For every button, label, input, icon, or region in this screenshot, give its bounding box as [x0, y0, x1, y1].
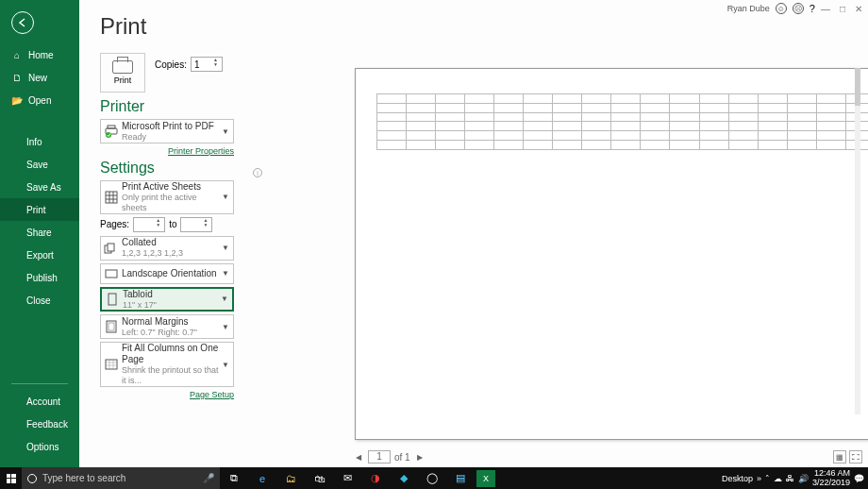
- printer-properties-link[interactable]: Printer Properties: [100, 146, 234, 156]
- sidebar-item-new[interactable]: 🗋New: [0, 66, 79, 89]
- pages-to-input[interactable]: ▲▼: [180, 217, 212, 232]
- sidebar-item-home[interactable]: ⌂Home: [0, 43, 79, 66]
- back-button[interactable]: [11, 11, 34, 34]
- current-page-input[interactable]: 1: [368, 450, 391, 464]
- mail-icon[interactable]: ✉: [333, 467, 361, 489]
- minimize-button[interactable]: —: [821, 4, 830, 14]
- sidebar-item-account[interactable]: Account: [0, 390, 79, 413]
- sidebar-item-publish[interactable]: Publish: [0, 266, 79, 289]
- sidebar-item-open[interactable]: 📂Open: [0, 89, 79, 111]
- printer-dropdown[interactable]: Microsoft Print to PDFReady ▼: [100, 119, 234, 143]
- info-icon[interactable]: i: [253, 168, 262, 177]
- smile-icon[interactable]: ☺: [776, 3, 787, 14]
- sidebar-item-close[interactable]: Close: [0, 289, 79, 312]
- chevron-down-icon: ▼: [222, 193, 233, 201]
- frown-icon[interactable]: ☹: [793, 3, 804, 14]
- taskbar-search[interactable]: Type here to search 🎤: [22, 467, 220, 489]
- page-setup-link[interactable]: Page Setup: [100, 390, 234, 399]
- next-page-button[interactable]: ▶: [414, 451, 426, 463]
- dd-title: Normal Margins: [122, 316, 222, 328]
- settings-heading: Settings: [100, 160, 237, 177]
- excel-icon[interactable]: X: [476, 470, 495, 487]
- backstage-sidebar: ⌂Home 🗋New 📂Open Info Save Save As Print…: [0, 0, 79, 467]
- search-placeholder: Type here to search: [42, 473, 125, 483]
- tray-chevron-icon[interactable]: »: [757, 474, 761, 483]
- store-icon[interactable]: 🛍: [305, 467, 333, 489]
- sidebar-item-feedback[interactable]: Feedback: [0, 413, 79, 435]
- plus-icon: 🗋: [11, 72, 23, 83]
- print-button[interactable]: Print: [100, 53, 145, 93]
- chevron-down-icon: ▼: [222, 323, 233, 331]
- svg-rect-13: [106, 360, 117, 369]
- dd-sub: Only print the active sheets: [122, 193, 222, 213]
- sidebar-item-print[interactable]: Print: [0, 198, 79, 221]
- preview-grid: [376, 93, 868, 150]
- zoom-to-page-button[interactable]: ⛶: [849, 450, 862, 464]
- dd-sub: Shrink the printout so that it is...: [122, 365, 222, 386]
- sidebar-item-saveas[interactable]: Save As: [0, 176, 79, 198]
- chevron-down-icon: ▼: [222, 127, 233, 136]
- printer-icon: [112, 60, 133, 74]
- print-preview: [334, 53, 860, 439]
- page-navigator: ◀ 1 of 1 ▶: [353, 450, 426, 464]
- sidebar-label: Account: [26, 396, 60, 407]
- sidebar-item-options[interactable]: Options: [0, 435, 79, 458]
- sheets-icon: [101, 191, 122, 204]
- scaling-dropdown[interactable]: Fit All Columns on One PageShrink the pr…: [100, 342, 234, 387]
- sidebar-item-info[interactable]: Info: [0, 130, 79, 153]
- sidebar-label: Home: [28, 50, 54, 60]
- preview-scrollbar[interactable]: [855, 68, 860, 414]
- orientation-dropdown[interactable]: Landscape Orientation ▼: [100, 263, 234, 284]
- print-button-label: Print: [114, 76, 132, 85]
- task-view-button[interactable]: ⧉: [220, 467, 248, 489]
- desktop-toolbar[interactable]: Desktop: [722, 474, 753, 483]
- explorer-icon[interactable]: 🗂: [276, 467, 305, 489]
- user-name[interactable]: Ryan Dube: [727, 4, 770, 13]
- paper-size-dropdown[interactable]: Tabloid11" x 17" ▼: [100, 287, 234, 312]
- maximize-button[interactable]: □: [840, 4, 845, 14]
- start-button[interactable]: [0, 467, 22, 489]
- print-what-dropdown[interactable]: Print Active SheetsOnly print the active…: [100, 180, 234, 214]
- sidebar-label: New: [28, 73, 47, 83]
- volume-icon[interactable]: 🔊: [798, 474, 809, 483]
- date-label: 3/22/2019: [812, 479, 850, 488]
- dd-sub: Left: 0.7" Right: 0.7": [122, 328, 222, 338]
- help-button[interactable]: ?: [810, 3, 815, 14]
- dd-sub: 11" x 17": [123, 300, 221, 311]
- svg-rect-4: [108, 126, 115, 128]
- margins-dropdown[interactable]: Normal MarginsLeft: 0.7" Right: 0.7" ▼: [100, 314, 234, 339]
- sidebar-label: Save As: [26, 182, 61, 193]
- show-margins-button[interactable]: ▦: [833, 450, 846, 464]
- sidebar-item-save[interactable]: Save: [0, 153, 79, 176]
- pages-from-input[interactable]: ▲▼: [133, 217, 165, 232]
- printer-ready-icon: [101, 125, 122, 138]
- printer-heading: Printer: [100, 98, 237, 115]
- chrome-icon[interactable]: ◯: [418, 467, 446, 489]
- clock[interactable]: 12:46 AM 3/22/2019: [812, 469, 850, 488]
- notes-icon[interactable]: ▤: [446, 467, 475, 489]
- notifications-icon[interactable]: 💬: [854, 474, 864, 483]
- sidebar-item-share[interactable]: Share: [0, 221, 79, 244]
- app-icon[interactable]: ◆: [390, 467, 418, 489]
- collate-dropdown[interactable]: Collated1,2,3 1,2,3 1,2,3 ▼: [100, 236, 234, 261]
- chevron-down-icon: ▼: [221, 295, 232, 303]
- dd-sub: 1,2,3 1,2,3 1,2,3: [122, 248, 222, 259]
- onedrive-icon[interactable]: ☁: [774, 474, 782, 483]
- mic-icon[interactable]: 🎤: [203, 473, 214, 483]
- chevron-down-icon: ▼: [222, 361, 233, 369]
- pages-label: Pages:: [100, 219, 129, 229]
- close-window-button[interactable]: ✕: [855, 4, 862, 14]
- printer-status: Ready: [122, 132, 222, 143]
- prev-page-button[interactable]: ◀: [353, 451, 364, 463]
- edge-icon[interactable]: e: [248, 467, 276, 489]
- pages-to-label: to: [169, 219, 176, 229]
- tray-up-icon[interactable]: ˄: [765, 474, 770, 483]
- vivaldi-icon[interactable]: ◑: [361, 467, 390, 489]
- svg-rect-12: [108, 323, 114, 330]
- svg-rect-10: [108, 294, 116, 305]
- network-icon[interactable]: 🖧: [786, 474, 794, 483]
- sidebar-item-export[interactable]: Export: [0, 244, 79, 266]
- sidebar-label: Close: [26, 295, 51, 306]
- sidebar-label: Save: [26, 160, 48, 170]
- chevron-down-icon: ▼: [222, 269, 233, 278]
